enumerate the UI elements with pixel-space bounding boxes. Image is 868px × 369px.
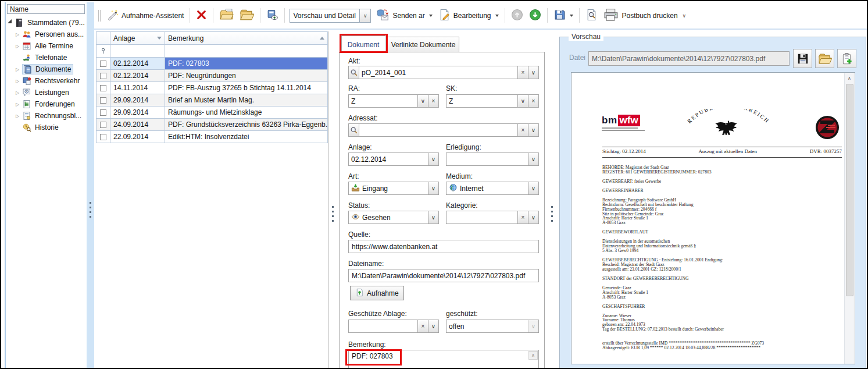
table-row[interactable]: 22.09.2014 Edikt:HTM: Insolvenzdatei: [97, 131, 328, 143]
adressat-value[interactable]: [359, 124, 517, 136]
tree-item-rechtsverkehr[interactable]: ▷ Rechtsverkehr: [7, 75, 87, 87]
cell-bemerkung[interactable]: Edikt:HTM: Insolvenzdatei: [165, 131, 328, 143]
table-row[interactable]: 02.12.2014 PDF: Neugründungen: [97, 70, 328, 82]
row-checkbox[interactable]: [100, 109, 106, 116]
art-combo[interactable]: Eingang ∨: [348, 182, 439, 195]
clear-icon[interactable]: ×: [517, 66, 528, 79]
row-checkbox[interactable]: [100, 134, 106, 140]
table-row[interactable]: 14.11.2014 PDF: FB-Auszug 37265 b Sticht…: [97, 82, 328, 94]
art-value[interactable]: Eingang: [362, 185, 388, 193]
caret-collapsed-icon[interactable]: ▷: [15, 113, 20, 119]
status-value[interactable]: Gesehen: [362, 214, 391, 222]
geschuetzt-value[interactable]: offen: [446, 320, 528, 332]
tree-item-leistungen[interactable]: ▷ Leistungen: [7, 87, 87, 98]
clear-icon[interactable]: ×: [417, 320, 428, 332]
tree-item-telefonate[interactable]: Telefonate: [7, 52, 87, 63]
caret-collapsed-icon[interactable]: ▷: [15, 32, 20, 37]
delete-button[interactable]: [193, 7, 210, 24]
erledigung-date-combo[interactable]: ∨: [446, 152, 539, 166]
cell-anlage[interactable]: 22.09.2014: [110, 131, 165, 143]
splitter-table-form[interactable]: [332, 206, 334, 222]
row-checkbox[interactable]: [100, 85, 106, 91]
datei-path-input[interactable]: M:\Daten\Parawin\dokumente\2014\12\7927\…: [588, 51, 790, 66]
move-up-button[interactable]: [508, 6, 526, 25]
geschuetze-ablage-value[interactable]: [349, 320, 417, 332]
cell-bemerkung[interactable]: PDF: Grundstücksverzeichnis 63263 Pirka-…: [165, 119, 328, 131]
cell-anlage[interactable]: 02.12.2014: [110, 58, 165, 70]
anlage-value[interactable]: 02.12.2014: [349, 153, 428, 165]
dropdown-arrow-icon[interactable]: ∨: [517, 95, 528, 107]
status-combo[interactable]: Gesehen ∨: [348, 211, 439, 224]
dateiname-input[interactable]: M:\Daten\Parawin\dokumente\2014\12\7927\…: [348, 269, 539, 282]
akt-value[interactable]: pO_2014_001: [359, 66, 517, 79]
table-row[interactable]: 02.12.2014 PDF: 027803: [97, 58, 328, 70]
akt-lookup-field[interactable]: pO_2014_001 × ∨: [348, 66, 539, 79]
clear-icon[interactable]: ×: [517, 124, 528, 136]
cell-anlage[interactable]: 02.12.2014: [110, 70, 165, 82]
header-anlage[interactable]: Anlage: [110, 32, 165, 45]
quelle-input[interactable]: https://www.datenbanken.at: [348, 240, 539, 253]
clear-icon[interactable]: ×: [428, 95, 438, 107]
dropdown-arrow-icon[interactable]: ∨: [428, 320, 438, 332]
filter-bemerkung-input[interactable]: [165, 45, 328, 58]
scroll-up-icon[interactable]: ∧: [845, 73, 854, 83]
erledigung-value[interactable]: [446, 153, 528, 165]
dropdown-arrow-icon[interactable]: ∨: [417, 95, 428, 107]
aufnahme-button[interactable]: Aufnahme: [350, 286, 404, 300]
tab-verlinkte-dokumente[interactable]: Verlinkte Dokumente: [387, 37, 459, 52]
cell-anlage[interactable]: 29.09.2014: [110, 94, 165, 107]
anlage-date-combo[interactable]: 02.12.2014 ∨: [348, 152, 439, 166]
open-folder-document-button[interactable]: [216, 6, 237, 26]
dropdown-arrow-icon[interactable]: ∨: [528, 66, 538, 79]
geschuetze-ablage-combo[interactable]: × ∨: [348, 320, 439, 333]
tree-item-rechnungsblaetter[interactable]: ▷ Rechnungsbl...: [7, 110, 87, 122]
dropdown-arrow-icon[interactable]: ∨: [528, 124, 538, 136]
row-checkbox[interactable]: [100, 61, 106, 67]
tab-dokument[interactable]: Dokument: [341, 36, 385, 53]
aufnahme-assistent-button[interactable]: Aufnahme-Assistent: [103, 6, 187, 25]
toolbar-grip[interactable]: [98, 10, 101, 22]
tree-item-personen[interactable]: ▷ Personen aus...: [7, 29, 87, 40]
tree-item-historie[interactable]: Historie: [7, 122, 87, 133]
row-checkbox-cell[interactable]: [97, 58, 110, 70]
cell-bemerkung[interactable]: PDF: Neugründungen: [165, 70, 328, 82]
kategorie-value[interactable]: [446, 211, 517, 223]
view-mode-select[interactable]: Vorschau und Detail ∨: [290, 9, 371, 23]
tree-item-termine[interactable]: ▷ Alle Termine: [7, 40, 87, 52]
open-file-button[interactable]: [815, 49, 834, 68]
table-row[interactable]: 24.09.2014 PDF: Grundstücksverzeichnis 6…: [97, 119, 328, 131]
table-row[interactable]: 29.09.2014 Brief an Muster Martin Mag.: [97, 94, 328, 107]
magnifier-icon[interactable]: [349, 66, 359, 79]
tree-item-dokumente[interactable]: ▷ Dokumente: [7, 63, 87, 75]
dropdown-arrow-icon[interactable]: ∨: [428, 211, 438, 223]
cell-bemerkung[interactable]: PDF: 027803: [165, 58, 328, 70]
caret-collapsed-icon[interactable]: ▷: [15, 67, 20, 72]
cell-bemerkung[interactable]: PDF: FB-Auszug 37265 b Stichtag 14.11.20…: [165, 82, 328, 94]
sk-combo[interactable]: Z ∨ ×: [446, 94, 539, 108]
caret-collapsed-icon[interactable]: ▷: [15, 102, 20, 107]
row-checkbox[interactable]: [100, 73, 106, 79]
filter-pin-cell[interactable]: [97, 45, 110, 58]
row-checkbox-cell[interactable]: [97, 94, 110, 107]
postbuch-drucken-button[interactable]: Postbuch drucken ∨: [601, 6, 690, 26]
dropdown-arrow-icon[interactable]: ∨: [359, 9, 370, 22]
row-checkbox-cell[interactable]: [97, 131, 110, 143]
caret-collapsed-icon[interactable]: ▷: [15, 79, 20, 84]
dropdown-arrow-icon[interactable]: ∨: [528, 182, 538, 194]
dropdown-arrow-icon[interactable]: ∨: [428, 153, 438, 165]
save-menu-button[interactable]: [551, 6, 576, 25]
splitter-sidebar[interactable]: [87, 2, 94, 369]
tree-item-forderungen[interactable]: ▷ Forderungen: [7, 98, 87, 110]
scroll-up-icon[interactable]: ∧: [528, 351, 538, 360]
sk-value[interactable]: Z: [446, 95, 517, 107]
table-row[interactable]: 29.09.2014 Räumungs- und Mietzinsklage: [97, 107, 328, 119]
dropdown-arrow-icon[interactable]: ∨: [528, 153, 538, 165]
filter-anlage-input[interactable]: [110, 45, 165, 58]
medium-combo[interactable]: Internet ∨: [446, 182, 539, 195]
row-checkbox-cell[interactable]: [97, 107, 110, 119]
move-down-button[interactable]: [526, 6, 544, 25]
clear-icon[interactable]: ×: [528, 95, 538, 107]
medium-value[interactable]: Internet: [460, 185, 484, 193]
ra-combo[interactable]: Z ∨ ×: [348, 94, 439, 108]
dropdown-arrow-icon[interactable]: ∨: [528, 211, 538, 223]
